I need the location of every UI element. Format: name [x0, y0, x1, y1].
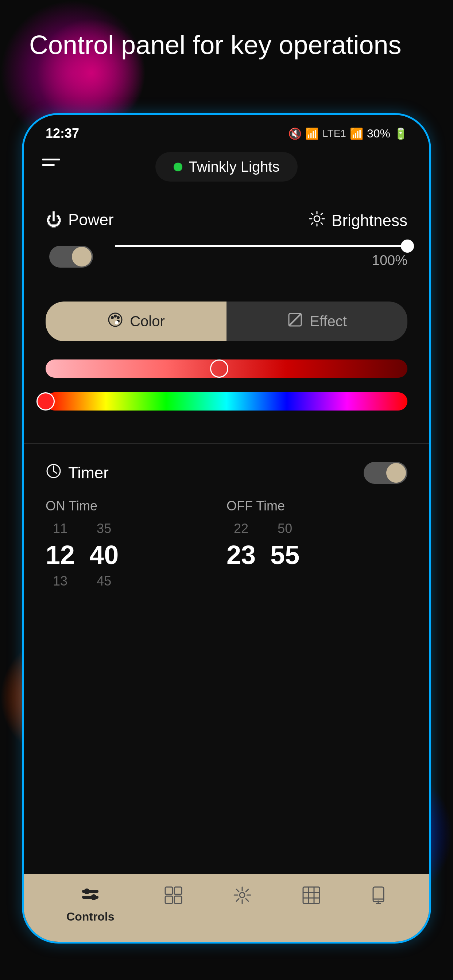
- off-time-picker: 22 23 50 55: [226, 521, 407, 573]
- off-min-prev[interactable]: 50: [278, 521, 292, 536]
- nav-grid[interactable]: [301, 885, 321, 910]
- hamburger-button[interactable]: [42, 159, 60, 175]
- power-label: ⏻ Power: [46, 211, 114, 229]
- svg-rect-29: [174, 896, 182, 904]
- power-toggle[interactable]: [49, 246, 93, 267]
- grid-nav-icon: [301, 885, 321, 910]
- power-icon: ⏻: [46, 211, 62, 229]
- status-bar: 12:37 🔇 📶 LTE1 📶 30% 🔋: [24, 115, 429, 145]
- brightness-track[interactable]: [115, 245, 407, 247]
- on-min-next[interactable]: 45: [97, 573, 111, 589]
- effect-icon: [287, 312, 303, 331]
- app-header: Twinkly Lights: [24, 145, 429, 192]
- on-hour-prev[interactable]: 11: [53, 521, 67, 536]
- svg-line-37: [236, 899, 239, 901]
- svg-point-16: [115, 321, 118, 325]
- timer-icon: [46, 463, 62, 483]
- svg-rect-27: [174, 887, 182, 894]
- battery-percent: 30%: [367, 127, 390, 140]
- palette-icon: [107, 312, 123, 331]
- device-name: Twinkly Lights: [189, 159, 280, 175]
- brightness-icon: [309, 211, 325, 231]
- svg-line-35: [246, 899, 248, 901]
- main-content: ⏻ Power: [24, 192, 429, 607]
- svg-rect-1: [42, 164, 55, 166]
- svg-line-8: [321, 223, 322, 224]
- svg-point-38: [239, 892, 245, 897]
- mute-icon: 🔇: [288, 127, 301, 140]
- svg-point-12: [111, 316, 114, 319]
- svg-rect-28: [165, 896, 172, 904]
- on-time-label: ON Time: [46, 498, 226, 514]
- svg-line-21: [54, 471, 57, 473]
- brightness-slider-container: 100%: [115, 245, 407, 268]
- on-hour-next[interactable]: 13: [53, 573, 67, 589]
- effect-tab[interactable]: Effect: [226, 302, 407, 341]
- svg-line-18: [289, 313, 301, 326]
- effects-nav-icon: [232, 885, 252, 910]
- power-toggle-knob: [72, 247, 91, 267]
- page-title: Control panel for key operations: [29, 29, 424, 60]
- tab-row: Color Effect: [46, 302, 407, 341]
- svg-line-10: [311, 223, 313, 224]
- on-min-current: 40: [89, 540, 118, 570]
- phone-frame: 12:37 🔇 📶 LTE1 📶 30% 🔋 Twinkly Lights: [22, 113, 431, 943]
- timer-toggle[interactable]: [364, 462, 407, 484]
- controls-labels-row: ⏻ Power: [46, 211, 407, 231]
- on-hour-current: 12: [46, 540, 75, 570]
- hue-slider-container: [46, 360, 407, 378]
- svg-rect-43: [303, 887, 319, 904]
- status-icons: 🔇 📶 LTE1 📶 30% 🔋: [288, 127, 407, 140]
- nav-effects[interactable]: [232, 885, 252, 910]
- controls-nav-icon: [80, 885, 100, 906]
- lte-icon: LTE1: [322, 127, 346, 139]
- device-status-dot: [174, 162, 182, 171]
- nav-scenes[interactable]: [163, 885, 183, 910]
- color-tab[interactable]: Color: [46, 302, 226, 341]
- off-hour-current: 23: [226, 540, 256, 570]
- controls-section: ⏻ Power: [24, 192, 429, 283]
- timer-label: Timer: [46, 463, 109, 483]
- off-hour-column: 22 23: [226, 521, 256, 573]
- nav-controls[interactable]: Controls: [66, 885, 115, 923]
- svg-line-36: [246, 889, 248, 892]
- controls-sliders-row: 100%: [46, 245, 407, 268]
- timer-section: Timer ON Time 11 12 13: [24, 444, 429, 607]
- scenes-nav-icon: [163, 885, 183, 910]
- off-min-column: 50 55: [270, 521, 300, 573]
- on-min-column: 35 40 45: [89, 521, 118, 589]
- brightness-thumb[interactable]: [401, 240, 414, 253]
- device-badge[interactable]: Twinkly Lights: [155, 152, 298, 181]
- battery-icon: 🔋: [394, 127, 407, 140]
- nav-device[interactable]: [370, 885, 387, 910]
- off-hour-prev[interactable]: 22: [234, 521, 248, 536]
- signal-icon: 📶: [350, 127, 363, 140]
- wifi-icon: 📶: [305, 127, 319, 140]
- brightness-value: 100%: [115, 253, 407, 268]
- sat-slider[interactable]: [46, 392, 407, 410]
- on-hour-column: 11 12 13: [46, 521, 75, 589]
- on-time-picker: 11 12 13 35 40 45: [46, 521, 226, 589]
- sat-thumb[interactable]: [37, 392, 55, 410]
- sat-gradient: [46, 392, 407, 410]
- svg-point-25: [91, 895, 96, 900]
- hue-slider[interactable]: [46, 360, 407, 378]
- status-time: 12:37: [46, 126, 79, 141]
- svg-line-9: [321, 213, 322, 215]
- off-time-group: OFF Time 22 23 50 55: [226, 498, 407, 589]
- hue-thumb[interactable]: [210, 360, 228, 378]
- svg-rect-26: [165, 887, 172, 894]
- off-min-current: 55: [270, 540, 300, 570]
- brightness-fill: [115, 245, 407, 247]
- off-time-label: OFF Time: [226, 498, 407, 514]
- svg-point-13: [114, 315, 117, 318]
- svg-line-34: [236, 889, 239, 892]
- on-min-prev[interactable]: 35: [97, 521, 111, 536]
- svg-point-14: [117, 316, 120, 319]
- timer-toggle-knob: [386, 463, 406, 483]
- device-nav-icon: [370, 885, 387, 910]
- svg-point-23: [84, 889, 89, 894]
- on-time-group: ON Time 11 12 13 35 40 45: [46, 498, 226, 589]
- brightness-label: Brightness: [309, 211, 407, 231]
- nav-controls-label: Controls: [66, 910, 115, 923]
